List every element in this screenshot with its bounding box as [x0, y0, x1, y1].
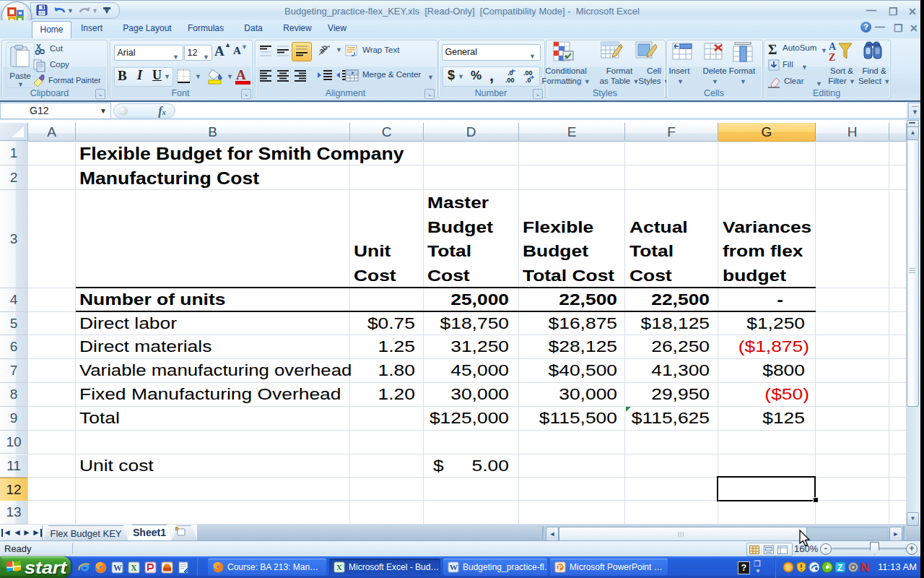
svg-text:X: X: [336, 563, 343, 571]
svg-text:X: X: [131, 563, 137, 573]
svg-text:Z: Z: [837, 563, 842, 573]
svg-text:P: P: [558, 564, 563, 571]
svg-text:≤: ≤: [565, 53, 568, 60]
svg-text:Z: Z: [829, 52, 835, 63]
svg-text:W: W: [450, 563, 458, 571]
svg-text:.00: .00: [523, 69, 533, 77]
svg-text:.00: .00: [505, 77, 515, 84]
svg-text:ab: ab: [317, 43, 329, 55]
svg-text:A: A: [829, 41, 837, 52]
svg-text:W: W: [113, 563, 122, 573]
